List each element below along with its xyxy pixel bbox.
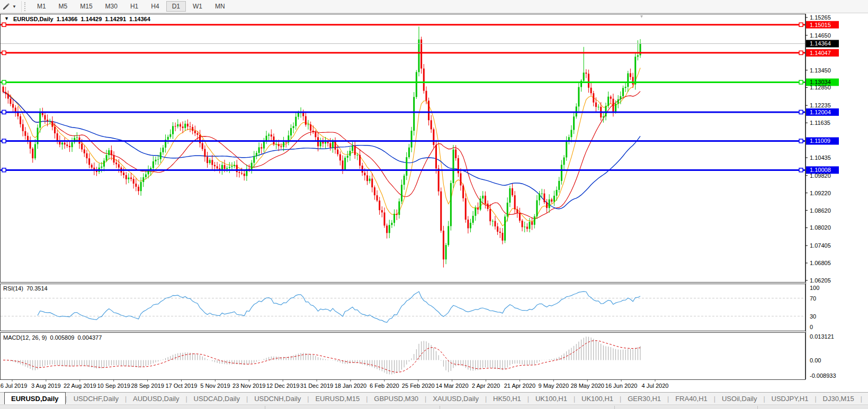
axis-tick-label: 1.13450 xyxy=(810,67,831,74)
axis-tick-label: 1.07405 xyxy=(810,242,831,249)
date-label: 14 Mar 2020 xyxy=(436,383,469,389)
macd-title: MACD(12, 26, 9) 0.005809 0.004377 xyxy=(3,334,102,341)
panel-border xyxy=(1,14,806,283)
date-label: 3 Aug 2019 xyxy=(31,383,61,389)
panel-border xyxy=(1,333,806,380)
tab-eurusd-daily[interactable]: EURUSD,Daily xyxy=(4,392,66,404)
axis-tick-label: 1.12850 xyxy=(810,84,831,90)
level-handle[interactable] xyxy=(799,139,803,143)
tab-usoil-daily[interactable]: USOil,Daily xyxy=(715,393,763,405)
rsi-line xyxy=(38,292,640,323)
level-label: 1.12004 xyxy=(810,109,831,115)
level-handle[interactable] xyxy=(2,168,6,172)
chart-symbol: EURUSD,Daily xyxy=(13,16,53,22)
tab-fra40-h1[interactable]: FRA40,H1 xyxy=(669,393,714,405)
macd-main-value: 0.005809 xyxy=(50,334,75,341)
tab-uk100-h1[interactable]: UK100,H1 xyxy=(529,393,574,405)
date-label: 10 Sep 2019 xyxy=(97,383,130,389)
ohlc-high: 1.14429 xyxy=(80,16,102,22)
ohlc-low: 1.14291 xyxy=(105,16,126,22)
macd-axis-label: 0.00 xyxy=(810,357,821,363)
level-handle[interactable] xyxy=(2,139,6,143)
level-label: 1.15015 xyxy=(810,22,831,28)
level-handle[interactable] xyxy=(2,80,6,84)
status-divider xyxy=(757,406,758,409)
date-label: 23 Nov 2019 xyxy=(232,383,265,389)
level-line-1.13034[interactable] xyxy=(1,80,805,84)
macd-axis-label: -0.008933 xyxy=(810,372,836,379)
level-handle[interactable] xyxy=(799,80,803,84)
date-label: 2 Apr 2020 xyxy=(472,383,500,389)
date-label: 28 May 2020 xyxy=(570,383,604,389)
tab-china300-h4[interactable]: CHINA300,H4 xyxy=(862,393,868,405)
candlestick-series-down xyxy=(3,37,634,267)
date-label: 25 Feb 2020 xyxy=(402,383,435,389)
status-divider xyxy=(440,406,440,409)
chart-title: ▼ EURUSD,Daily 1.14366 1.14429 1.14291 1… xyxy=(4,16,150,22)
rsi-axis-label: 70 xyxy=(810,295,816,302)
rsi-title: RSI(14) 70.3514 xyxy=(3,285,48,292)
level-handle[interactable] xyxy=(799,110,803,114)
tab-usdjpy-h1[interactable]: USDJPY,H1 xyxy=(765,393,815,405)
level-handle[interactable] xyxy=(799,51,803,54)
level-line-1.12004[interactable] xyxy=(1,110,805,114)
axis-tick-label: 1.06205 xyxy=(810,277,831,284)
axis-tick-label: 1.06805 xyxy=(810,260,831,266)
tab-ger30-h1[interactable]: GER30,H1 xyxy=(621,393,667,405)
collapse-triangle-icon[interactable]: ▼ xyxy=(4,16,9,22)
level-line-1.11009[interactable] xyxy=(1,139,805,143)
tab-eurusd-m15[interactable]: EURUSD,M15 xyxy=(309,393,366,405)
rsi-name: RSI(14) xyxy=(3,285,23,292)
tab-audusd-daily[interactable]: AUDUSD,Daily xyxy=(127,393,185,405)
ma-line-slow xyxy=(3,92,640,209)
tab-gbpusd-m30[interactable]: GBPUSD,M30 xyxy=(368,393,425,405)
ohlc-open: 1.14366 xyxy=(57,16,78,22)
rsi-axis-label: 30 xyxy=(810,313,816,320)
tab-dj30-m15[interactable]: DJ30,M15 xyxy=(817,393,861,405)
date-label: 5 Nov 2019 xyxy=(200,383,230,389)
status-divider xyxy=(265,406,265,409)
level-label: 1.14047 xyxy=(810,50,831,56)
tabs-holder: EURUSD,Daily|USDCHF,Daily|AUDUSD,Daily|U… xyxy=(0,393,868,405)
level-line-1.14047[interactable] xyxy=(1,51,805,54)
date-label: 12 Dec 2019 xyxy=(266,383,299,389)
axis-tick-label: 1.15265 xyxy=(810,14,831,21)
tab-xauusd-daily[interactable]: XAUUSD,Daily xyxy=(426,393,485,405)
tab-usdcad-daily[interactable]: USDCAD,Daily xyxy=(187,393,246,405)
date-label: 28 Sep 2019 xyxy=(131,383,164,389)
level-handle[interactable] xyxy=(2,23,6,26)
axis-tick-label: 1.08620 xyxy=(810,207,831,214)
level-handle[interactable] xyxy=(2,51,6,54)
date-label: 9 May 2020 xyxy=(539,383,569,389)
axis-tick-label: 1.14650 xyxy=(810,32,831,39)
date-label: 31 Dec 2019 xyxy=(300,383,333,389)
axis-tick-label: 1.09820 xyxy=(810,172,831,179)
chart-surface[interactable]: 1.150151.140471.130341.120041.110091.100… xyxy=(0,0,868,409)
rsi-axis-label: 0 xyxy=(810,324,813,330)
level-label: 1.11009 xyxy=(810,138,830,144)
date-label: 16 Jul 2019 xyxy=(0,383,27,389)
tab-uk100-h1[interactable]: UK100,H1 xyxy=(575,393,620,405)
rsi-value: 70.3514 xyxy=(26,285,48,292)
tab-usdcnh-daily[interactable]: USDCNH,Daily xyxy=(248,393,307,405)
macd-histogram xyxy=(3,337,640,374)
macd-signal-value: 0.004377 xyxy=(77,334,102,341)
rsi-axis-label: 100 xyxy=(810,285,819,291)
date-label: 22 Aug 2019 xyxy=(64,383,96,389)
date-label: 17 Oct 2019 xyxy=(166,383,198,389)
ohlc-close: 1.14364 xyxy=(129,16,150,22)
axis-tick-label: 1.12235 xyxy=(810,102,831,108)
tab-hk50-h1[interactable]: HK50,H1 xyxy=(487,393,527,405)
macd-signal-line xyxy=(3,341,640,372)
tab-usdchf-daily[interactable]: USDCHF,Daily xyxy=(67,393,125,405)
date-label: 6 Feb 2020 xyxy=(370,383,399,389)
date-label: 21 Apr 2020 xyxy=(504,383,535,389)
axis-tick-label: 1.11635 xyxy=(810,120,830,126)
chart-shift-marker-icon[interactable] xyxy=(640,15,643,18)
date-label: 4 Jul 2020 xyxy=(642,383,669,389)
level-handle[interactable] xyxy=(2,110,6,114)
level-handle[interactable] xyxy=(799,23,803,26)
macd-name: MACD(12, 26, 9) xyxy=(3,334,47,341)
level-handle[interactable] xyxy=(799,168,803,172)
level-line-1.15015[interactable] xyxy=(1,23,805,26)
